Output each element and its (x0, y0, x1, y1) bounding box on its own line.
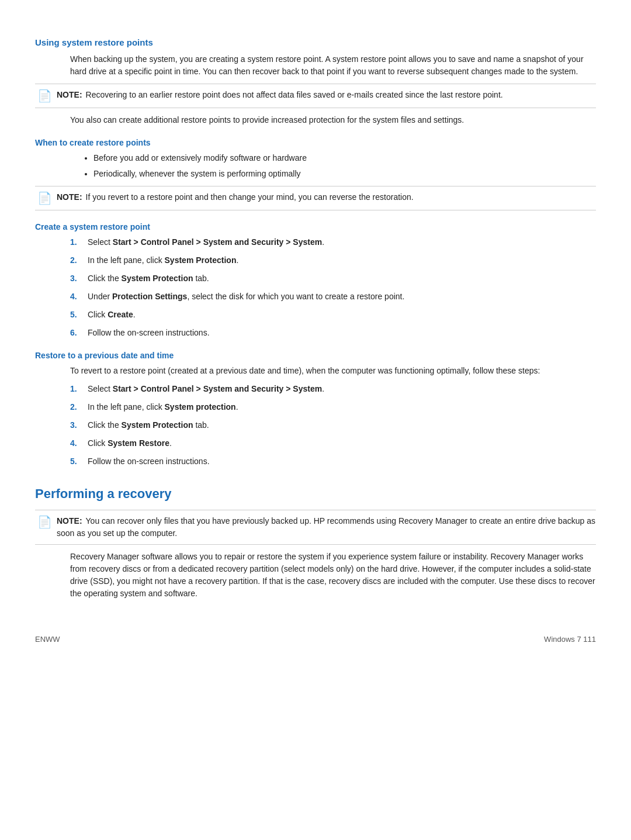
create-restore-point-section: Create a system restore point 1.Select S… (35, 222, 596, 339)
step-num: 5. (70, 309, 88, 321)
step-text: Follow the on-screen instructions. (88, 455, 210, 468)
restore-previous-body: To revert to a restore point (created at… (70, 365, 596, 377)
step-text: Select Start > Control Panel > System an… (88, 383, 324, 395)
bullet-item-1: Before you add or extensively modify sof… (93, 152, 596, 164)
step-text: Click System Restore. (88, 437, 172, 450)
note-text-1: NOTE:Recovering to an earlier restore po… (57, 89, 503, 101)
performing-recovery-body: Recovery Manager software allows you to … (70, 551, 596, 600)
step-num: 1. (70, 383, 88, 395)
when-to-create-bullets: Before you add or extensively modify sof… (93, 152, 596, 180)
note-icon-1: 📄 (37, 89, 52, 103)
create-restore-point-steps: 1.Select Start > Control Panel > System … (70, 236, 596, 339)
using-restore-points-heading: Using system restore points (35, 37, 596, 47)
create-step-5: 5.Click Create. (70, 309, 596, 321)
step-text: Click the System Protection tab. (88, 419, 209, 431)
create-step-4: 4.Under Protection Settings, select the … (70, 291, 596, 303)
create-step-2: 2.In the left pane, click System Protect… (70, 254, 596, 267)
footer-right: Windows 7 111 (544, 635, 596, 644)
step-num: 6. (70, 327, 88, 339)
when-to-create-section: When to create restore points Before you… (35, 138, 596, 210)
create-step-3: 3.Click the System Protection tab. (70, 272, 596, 285)
restore-previous-steps: 1.Select Start > Control Panel > System … (70, 383, 596, 468)
performing-recovery-heading: Performing a recovery (35, 486, 596, 502)
step-text: Click the System Protection tab. (88, 272, 209, 285)
step-num: 1. (70, 236, 88, 248)
step-num: 2. (70, 401, 88, 413)
step-num: 5. (70, 455, 88, 468)
restore-step-1: 1.Select Start > Control Panel > System … (70, 383, 596, 395)
note-icon-2: 📄 (37, 191, 52, 205)
step-num: 3. (70, 272, 88, 285)
step-text: In the left pane, click System protectio… (88, 401, 238, 413)
footer-left: ENWW (35, 635, 60, 644)
note-text-3: NOTE:You can recover only files that you… (57, 515, 596, 540)
restore-previous-heading: Restore to a previous date and time (35, 351, 596, 360)
restore-step-5: 5.Follow the on-screen instructions. (70, 455, 596, 468)
restore-step-3: 3.Click the System Protection tab. (70, 419, 596, 431)
using-restore-points-body1: When backing up the system, you are crea… (70, 53, 596, 78)
step-text: Click Create. (88, 309, 136, 321)
step-num: 4. (70, 437, 88, 450)
using-restore-points-section: Using system restore points When backing… (35, 37, 596, 126)
using-restore-points-body2: You also can create additional restore p… (70, 114, 596, 126)
performing-recovery-section: Performing a recovery 📄 NOTE:You can rec… (35, 486, 596, 600)
note-text-2: NOTE:If you revert to a restore point an… (57, 191, 414, 203)
note-box-2: 📄 NOTE:If you revert to a restore point … (35, 186, 596, 210)
step-num: 4. (70, 291, 88, 303)
note-icon-3: 📄 (37, 515, 52, 529)
create-restore-point-heading: Create a system restore point (35, 222, 596, 231)
step-text: Follow the on-screen instructions. (88, 327, 210, 339)
step-num: 3. (70, 419, 88, 431)
restore-step-2: 2.In the left pane, click System protect… (70, 401, 596, 413)
step-text: In the left pane, click System Protectio… (88, 254, 238, 267)
page-footer: ENWW Windows 7 111 (35, 635, 596, 644)
restore-step-4: 4.Click System Restore. (70, 437, 596, 450)
step-text: Select Start > Control Panel > System an… (88, 236, 324, 248)
create-step-1: 1.Select Start > Control Panel > System … (70, 236, 596, 248)
note-box-3: 📄 NOTE:You can recover only files that y… (35, 510, 596, 545)
create-step-6: 6.Follow the on-screen instructions. (70, 327, 596, 339)
bullet-item-2: Periodically, whenever the system is per… (93, 168, 596, 180)
restore-previous-section: Restore to a previous date and time To r… (35, 351, 596, 468)
when-to-create-heading: When to create restore points (35, 138, 596, 147)
step-text: Under Protection Settings, select the di… (88, 291, 404, 303)
step-num: 2. (70, 254, 88, 267)
note-box-1: 📄 NOTE:Recovering to an earlier restore … (35, 84, 596, 108)
